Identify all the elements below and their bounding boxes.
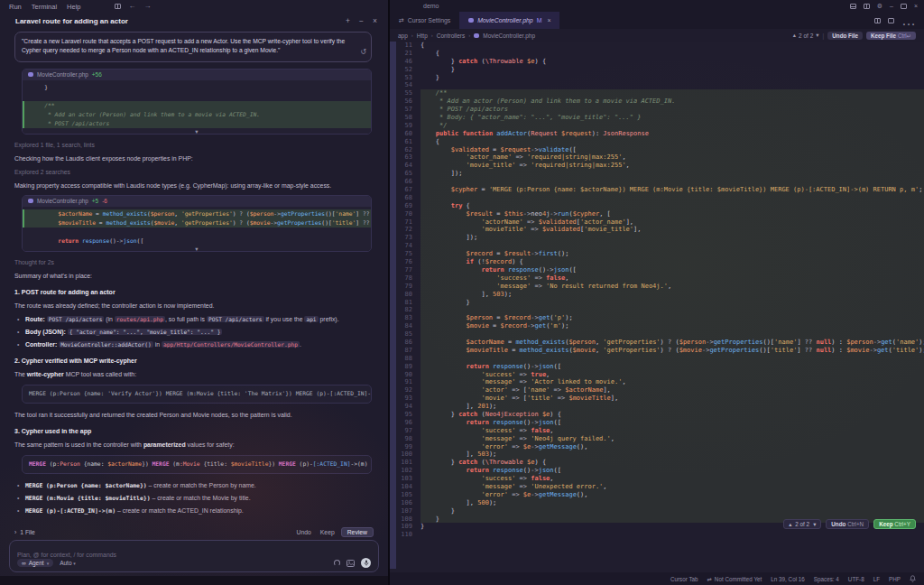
back-arrow-icon[interactable]: ← [129, 3, 136, 10]
activity-note[interactable]: Explored 1 file, 1 search, lints [14, 141, 372, 150]
code-line-content[interactable]: 'success' => false, [420, 427, 924, 435]
files-changed-label[interactable]: 1 File [20, 529, 35, 535]
next-diff-icon[interactable]: ▾ [816, 32, 818, 39]
code-line-content[interactable] [420, 306, 924, 314]
code-line-content[interactable] [420, 178, 924, 186]
code-line-content[interactable] [420, 81, 924, 89]
code-line-content[interactable]: * Body: { "actor_name": "...", "movie_ti… [420, 114, 924, 122]
status-item-utf-8[interactable]: UTF-8 [848, 576, 864, 582]
more-actions-icon[interactable]: … [901, 13, 916, 29]
line-number[interactable]: 94 [397, 403, 420, 411]
code-line-content[interactable]: public function addActor(Request $reques… [420, 130, 924, 138]
breadcrumb-item[interactable]: app [398, 32, 408, 39]
line-number[interactable]: 97 [397, 427, 420, 435]
line-number[interactable]: 72 [397, 226, 420, 234]
line-number[interactable]: 100 [397, 450, 420, 459]
line-number[interactable]: 83 [397, 314, 420, 322]
code-line-content[interactable]: { [420, 42, 924, 50]
line-number[interactable]: 87 [397, 347, 420, 355]
menu-help[interactable]: Help [67, 3, 80, 11]
code-line-content[interactable]: 'error' => $e->getMessage(), [420, 491, 924, 499]
line-number[interactable]: 71 [397, 218, 420, 227]
code-line-content[interactable]: 'actor_name' => 'required|string|max:255… [420, 153, 924, 162]
line-number[interactable]: 96 [397, 419, 420, 427]
keep-file-button[interactable]: Keep FileCtrl↵ [866, 32, 916, 40]
line-number[interactable]: 61 [397, 138, 420, 146]
code-line-content[interactable]: return response()->json([ [420, 363, 924, 371]
line-number[interactable]: 108 [397, 515, 420, 524]
code-line-content[interactable]: 'message' => 'Unexpected error.', [420, 483, 924, 491]
code-line-content[interactable]: $movie = $record->get('m'); [420, 322, 924, 330]
line-number[interactable]: 91 [397, 378, 420, 386]
status-item-not-committed-yet[interactable]: ⇄Not Committed Yet [707, 576, 762, 582]
line-number[interactable]: 79 [397, 283, 420, 291]
editor-layout-icon[interactable] [888, 18, 894, 23]
line-number[interactable]: 92 [397, 386, 420, 395]
line-number[interactable]: 80 [397, 291, 420, 299]
line-number[interactable]: 62 [397, 146, 420, 154]
code-line-content[interactable]: { [420, 50, 924, 58]
code-line-content[interactable]: 'actor' => ['name' => $actorName], [420, 386, 924, 395]
breadcrumb-item[interactable]: Http [417, 32, 428, 39]
voice-input-button[interactable] [361, 558, 371, 568]
expand-chevron-icon[interactable]: ▾ [195, 129, 198, 135]
inline-code-link[interactable]: routes/api.php [115, 316, 165, 322]
diff-card[interactable]: MovieController.php+5-6 $actorName = met… [22, 195, 372, 252]
code-line-content[interactable]: 'movie_title' => 'required|string|max:25… [420, 162, 924, 170]
new-chat-plus-icon[interactable]: + [346, 16, 350, 25]
code-line-content[interactable]: } catch (Neo4jException $e) { [420, 411, 924, 419]
code-line-content[interactable]: } [420, 74, 924, 82]
line-number[interactable]: 82 [397, 306, 420, 314]
line-number[interactable]: 74 [397, 242, 420, 250]
line-number[interactable]: 106 [397, 499, 420, 507]
code-line-content[interactable]: ], 503); [420, 291, 924, 299]
prev-diff-icon[interactable]: ▴ [793, 32, 796, 39]
toggle-panel-icon[interactable] [850, 4, 856, 9]
line-number[interactable]: 105 [397, 491, 420, 499]
line-number[interactable]: 58 [397, 114, 420, 122]
undo-button[interactable]: Undo [294, 528, 314, 536]
code-line-content[interactable]: 'message' => 'Neo4j query failed.', [420, 435, 924, 443]
code-line-content[interactable]: $validated = $request->validate([ [420, 146, 924, 154]
code-line-content[interactable]: $cypher = 'MERGE (p:Person {name: $actor… [420, 186, 924, 194]
code-line-content[interactable]: $actorName = method_exists($person, 'get… [420, 339, 924, 347]
activity-note[interactable]: Explored 2 searches [14, 168, 372, 177]
code-line-content[interactable]: /** [420, 89, 924, 98]
split-editor-icon[interactable] [874, 18, 881, 23]
bell-icon[interactable] [910, 575, 916, 583]
model-dropdown[interactable]: Auto ▾ [60, 560, 76, 566]
line-number[interactable]: 64 [397, 162, 420, 170]
line-number[interactable]: 103 [397, 475, 420, 483]
code-line-content[interactable]: ], 201); [420, 403, 924, 411]
code-line-content[interactable]: ]); [420, 234, 924, 242]
keep-button[interactable]: Keep [318, 528, 337, 536]
line-number[interactable]: 75 [397, 250, 420, 258]
chat-input-box[interactable]: ∞ Agent ▾ Auto ▾ [9, 540, 379, 572]
code-line-content[interactable]: } catch (\Throwable $e) { [420, 459, 924, 467]
line-number[interactable]: 56 [397, 98, 420, 106]
code-line-content[interactable]: ], 500); [420, 499, 924, 507]
tab-moviecontroller[interactable]: MovieController.php M × [459, 12, 559, 29]
line-number[interactable]: 76 [397, 258, 420, 266]
inline-code-link[interactable]: app/Http/Controllers/MovieController.php [162, 341, 300, 348]
close-chat-icon[interactable]: × [373, 16, 377, 25]
code-line-content[interactable]: ], 503); [420, 450, 924, 459]
status-item-cursor-tab[interactable]: Cursor Tab [670, 576, 698, 582]
line-number[interactable]: 57 [397, 106, 420, 114]
line-number[interactable]: 46 [397, 58, 420, 66]
editor-layout-icon[interactable] [115, 4, 121, 9]
line-number[interactable]: 101 [397, 459, 420, 467]
review-button[interactable]: Review [341, 527, 374, 537]
close-tab-icon[interactable]: × [547, 17, 550, 23]
code-line-content[interactable]: } [420, 507, 924, 515]
code-line-content[interactable]: try { [420, 202, 924, 210]
code-line-content[interactable]: 'actorName' => $validated['actor_name'], [420, 218, 924, 227]
line-number[interactable]: 85 [397, 330, 420, 339]
line-number[interactable]: 78 [397, 274, 420, 283]
line-number[interactable]: 63 [397, 153, 420, 162]
code-line-content[interactable]: 'success' => false, [420, 274, 924, 283]
code-line-content[interactable] [420, 355, 924, 363]
menu-terminal[interactable]: Terminal [32, 3, 57, 11]
line-number[interactable]: 93 [397, 395, 420, 403]
undo-file-button[interactable]: Undo File [827, 32, 863, 40]
